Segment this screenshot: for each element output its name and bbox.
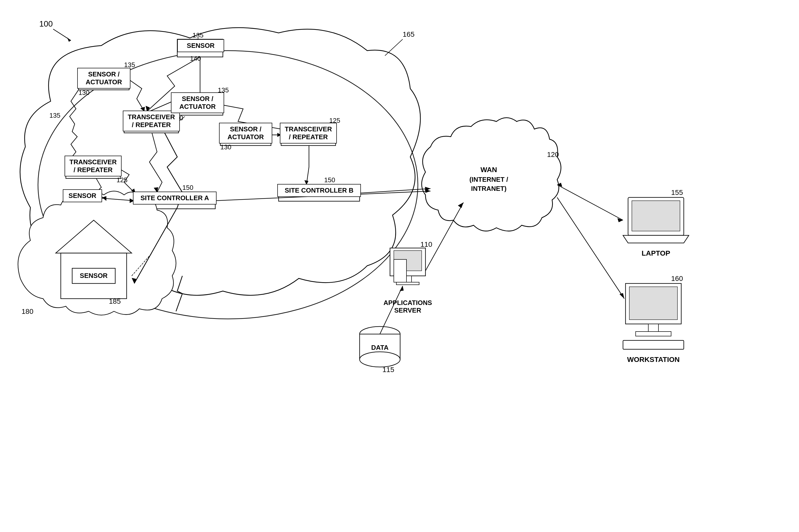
- svg-rect-39: [623, 340, 684, 349]
- ref-115: 115: [383, 366, 394, 374]
- sensor-top-text: SENSOR: [187, 42, 215, 49]
- svg-rect-29: [394, 260, 407, 282]
- site-controller-b-box: SITE CONTROLLER B: [277, 184, 361, 197]
- laptop-label: LAPTOP: [642, 249, 670, 257]
- transceiver-2-box: TRANSCEIVER/ REPEATER: [280, 123, 337, 144]
- sensor-top-box: SENSOR: [177, 39, 224, 52]
- svg-rect-38: [636, 331, 671, 336]
- applications-server-label-2: SERVER: [394, 306, 422, 314]
- applications-server-label-1: APPLICATIONS: [384, 299, 432, 306]
- sensor-left-text: SENSOR: [69, 192, 96, 200]
- wan-label-3: INTRANET): [471, 185, 506, 192]
- ref-165: 165: [403, 31, 414, 38]
- ref-140-top: 140: [190, 55, 201, 62]
- sensor-actuator-3-text: SENSOR /ACTUATOR: [227, 125, 264, 141]
- transceiver-1-box: TRANSCEIVER/ REPEATER: [123, 111, 180, 131]
- ref-120: 120: [547, 151, 559, 158]
- ref-130-sa1: 130: [78, 89, 89, 96]
- svg-rect-37: [648, 324, 658, 331]
- ref-150-b: 150: [324, 176, 335, 184]
- wan-label-1: WAN: [480, 166, 497, 174]
- ref-100: 100: [39, 19, 53, 28]
- ref-135-sa1: 135: [124, 61, 135, 69]
- svg-rect-34: [632, 201, 680, 231]
- data-label: DATA: [371, 344, 389, 351]
- sensor-actuator-1-text: SENSOR /ACTUATOR: [86, 70, 122, 86]
- transceiver-2-text: TRANSCEIVER/ REPEATER: [285, 125, 332, 141]
- ref-185: 185: [109, 297, 121, 305]
- sensor-actuator-1-box: SENSOR /ACTUATOR: [77, 68, 130, 89]
- ref-135-left: 135: [49, 112, 60, 119]
- svg-point-32: [359, 352, 400, 367]
- sensor-actuator-2-text: SENSOR /ACTUATOR: [179, 95, 216, 110]
- sensor-actuator-3-box: SENSOR /ACTUATOR: [219, 123, 272, 144]
- svg-rect-36: [629, 287, 677, 320]
- sensor-left-box: SENSOR: [63, 189, 102, 202]
- ref-110: 110: [421, 241, 432, 248]
- ref-155: 155: [671, 189, 683, 196]
- svg-rect-28: [396, 282, 419, 285]
- ref-180: 180: [21, 307, 33, 315]
- workstation-label: WORKSTATION: [627, 356, 680, 363]
- wan-label-2: (INTERNET /: [469, 176, 508, 183]
- transceiver-3-box: TRANSCEIVER/ REPEATER: [64, 156, 122, 176]
- site-controller-a-box: SITE CONTROLLER A: [133, 192, 217, 205]
- ref-130-sa3: 130: [220, 143, 231, 151]
- site-controller-b-text: SITE CONTROLLER B: [285, 187, 354, 194]
- ref-135-top: 135: [192, 31, 203, 39]
- ref-150-a: 150: [182, 184, 193, 191]
- ref-160: 160: [671, 274, 683, 282]
- site-controller-a-text: SITE CONTROLLER A: [141, 194, 209, 202]
- sensor-actuator-2-box: SENSOR /ACTUATOR: [171, 92, 224, 113]
- sensor-house-label: SENSOR: [80, 272, 108, 280]
- transceiver-1-text: TRANSCEIVER/ REPEATER: [128, 113, 175, 129]
- transceiver-3-text: TRANSCEIVER/ REPEATER: [69, 158, 116, 174]
